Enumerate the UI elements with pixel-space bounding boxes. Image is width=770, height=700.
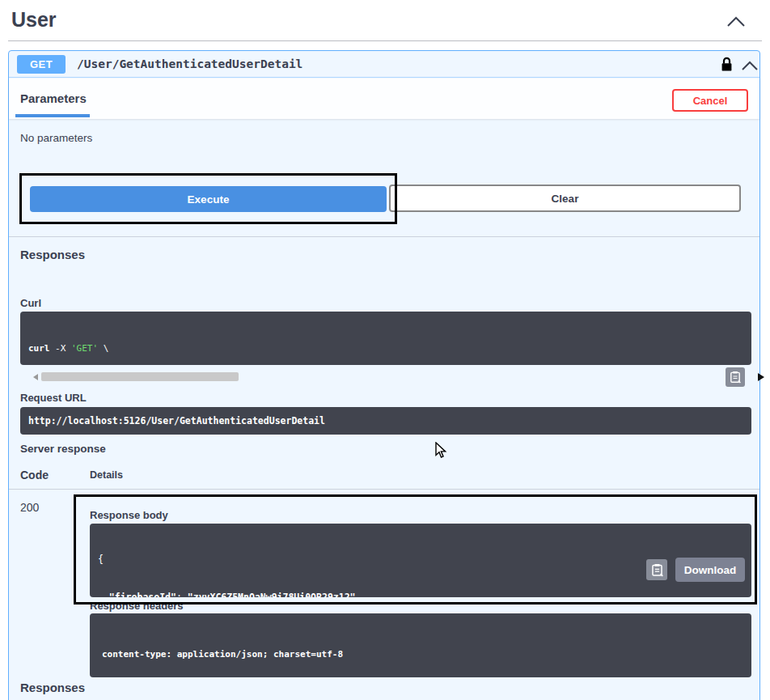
clear-button[interactable]: Clear xyxy=(389,185,741,212)
no-parameters-text: No parameters xyxy=(20,132,92,144)
tab-parameters: Parameters xyxy=(20,91,87,105)
page-title: User xyxy=(11,8,57,32)
download-button[interactable]: Download xyxy=(675,558,745,582)
method-badge: GET xyxy=(17,55,66,74)
table-header-divider xyxy=(9,489,759,490)
swagger-ui-page: User GET /User/GetAuthenticatedUserDetai… xyxy=(0,0,770,700)
request-url-value: http://localhost:5126/User/GetAuthentica… xyxy=(20,407,751,435)
responses-heading: Responses xyxy=(20,248,85,261)
clipboard-icon xyxy=(730,371,741,384)
details-column-header: Details xyxy=(90,469,123,481)
curl-code-block: curl -X 'GET' \ 'http://localhost:5126/U… xyxy=(20,312,751,365)
copy-to-clipboard-button[interactable] xyxy=(726,367,745,387)
code-column-header: Code xyxy=(20,469,49,482)
scroll-right-arrow-icon[interactable] xyxy=(758,373,764,381)
clipboard-icon xyxy=(651,563,663,577)
header-line: content-type: application/json; charset=… xyxy=(102,648,739,661)
scroll-left-arrow-icon[interactable] xyxy=(33,374,38,380)
status-code: 200 xyxy=(20,501,39,514)
execute-button[interactable]: Execute xyxy=(30,186,387,212)
tab-active-underline xyxy=(15,114,90,117)
chevron-up-icon[interactable] xyxy=(726,16,747,31)
response-headers-label: Response headers xyxy=(90,600,184,612)
copy-to-clipboard-button[interactable] xyxy=(646,559,667,580)
operation-block: GET /User/GetAuthenticatedUserDetail Par… xyxy=(8,50,760,700)
parameters-section-header: Parameters Cancel xyxy=(9,78,759,119)
curl-line: curl -X 'GET' \ xyxy=(28,342,743,355)
lock-icon[interactable] xyxy=(721,57,733,75)
response-headers-code: content-type: application/json; charset=… xyxy=(90,613,751,677)
horizontal-scrollbar[interactable] xyxy=(20,371,751,382)
request-url-label: Request URL xyxy=(20,392,87,404)
chevron-up-icon[interactable] xyxy=(740,60,759,74)
operation-summary[interactable]: GET /User/GetAuthenticatedUserDetail xyxy=(9,51,759,78)
response-body-label: Response body xyxy=(90,509,168,521)
server-response-label: Server response xyxy=(20,443,106,455)
cancel-button[interactable]: Cancel xyxy=(672,89,748,112)
curl-label: Curl xyxy=(20,297,41,309)
scrollbar-thumb[interactable] xyxy=(41,372,239,381)
endpoint-path: /User/GetAuthenticatedUserDetail xyxy=(77,51,302,78)
title-divider xyxy=(8,40,762,41)
json-row: "firebaseId": "zyvXC6Z5MnQaNw9i78Ui0OB29… xyxy=(98,592,743,598)
responses-footer-heading: Responses xyxy=(20,681,85,694)
section-divider xyxy=(9,236,759,237)
